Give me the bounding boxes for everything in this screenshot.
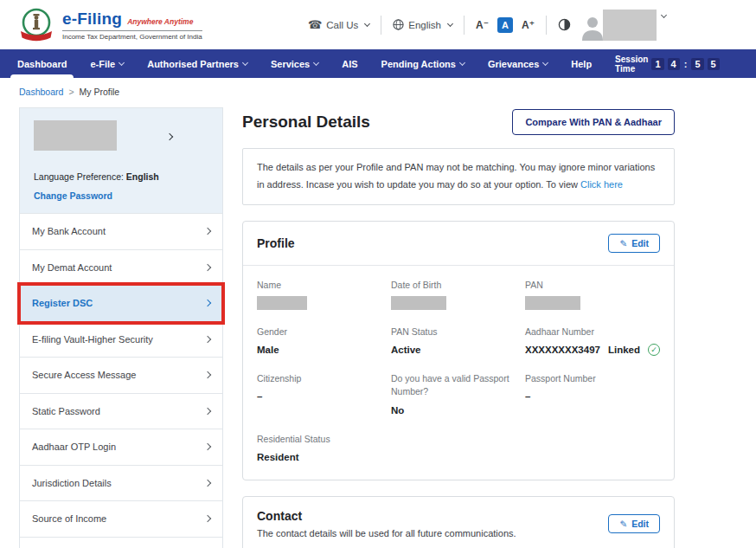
breadcrumb-separator: >: [68, 87, 74, 97]
sidebar-item-my-demat-account[interactable]: My Demat Account: [20, 249, 222, 286]
chevron-right-icon: [204, 228, 211, 235]
sidebar-item-jurisdiction-details[interactable]: Jurisdiction Details: [20, 465, 222, 501]
call-us-label: Call Us: [326, 20, 358, 30]
sidebar-item-source-of-income[interactable]: Source of Income: [20, 500, 222, 537]
redacted-value: [525, 296, 580, 310]
nav-label: Grievances: [488, 59, 539, 69]
nav-ais[interactable]: AIS: [342, 49, 357, 78]
sidebar-item-my-bank-account[interactable]: My Bank Account: [20, 213, 222, 249]
nav-dashboard[interactable]: Dashboard: [17, 49, 67, 78]
sidebar-item-aadhaar-otp-login[interactable]: Aadhaar OTP Login: [20, 429, 222, 465]
language-menu[interactable]: English: [393, 19, 452, 30]
change-password-link[interactable]: Change Password: [34, 190, 208, 201]
field-gender: Gender Male: [257, 326, 379, 357]
field-residential-status: Residential Status Resident: [257, 433, 379, 464]
efiling-portal-page: e-Filing Anywhere Anytime Income Tax Dep…: [0, 0, 756, 548]
brand-subtitle: Income Tax Department, Government of Ind…: [62, 33, 202, 41]
efiling-logo[interactable]: e-Filing Anywhere Anytime Income Tax Dep…: [17, 6, 202, 44]
header-actions: ☎ Call Us English A⁻ A A⁺: [308, 10, 666, 41]
chevron-down-icon: [242, 60, 248, 66]
edit-pencil-icon: ✎: [619, 519, 627, 529]
linked-check-icon: ✓: [648, 344, 660, 356]
chevron-right-icon: [204, 408, 211, 415]
contrast-toggle-icon[interactable]: [558, 18, 571, 31]
nav-authorised-partners[interactable]: Authorised Partners: [147, 49, 247, 78]
call-us-menu[interactable]: ☎ Call Us: [308, 19, 369, 30]
phone-icon: ☎: [308, 19, 322, 30]
user-name-redacted: [34, 120, 117, 151]
chevron-right-icon: [204, 336, 211, 343]
font-decrease-button[interactable]: A⁻: [476, 19, 489, 31]
avatar: [582, 10, 603, 41]
session-digit: 1: [651, 58, 663, 70]
nav-services[interactable]: Services: [271, 49, 318, 78]
page-title: Personal Details: [242, 113, 370, 132]
field-pan: PAN: [525, 279, 660, 310]
personal-details-panel: Personal Details Compare With PAN & Aadh…: [242, 107, 675, 548]
session-digit: 5: [691, 58, 703, 70]
edit-pencil-icon: ✎: [619, 238, 627, 248]
session-digit: 4: [668, 58, 680, 70]
chevron-down-icon: [542, 60, 548, 66]
font-size-controls: A⁻ A A⁺: [476, 17, 535, 33]
sidebar-item-secure-access-message[interactable]: Secure Access Message: [20, 357, 222, 393]
india-emblem-icon: [17, 6, 55, 44]
field-valid-passport: Do you have a valid Passport Number? No: [391, 372, 513, 417]
sidebar-item-efiling-vault[interactable]: E-filing Vault-Higher Security: [20, 321, 222, 358]
user-name-redacted: [603, 10, 657, 41]
aadhaar-masked-value: XXXXXXXX3497: [525, 343, 600, 357]
nav-pending-actions[interactable]: Pending Actions: [381, 49, 464, 78]
redacted-value: [391, 296, 446, 310]
content-area: Language Preference: English Change Pass…: [0, 102, 756, 548]
nav-label: Services: [271, 59, 310, 69]
sidebar-item-register-dsc[interactable]: Register DSC: [20, 285, 222, 321]
nav-grievances[interactable]: Grievances: [488, 49, 548, 78]
nav-e-file[interactable]: e-File: [90, 49, 124, 78]
globe-icon: [393, 19, 404, 30]
chevron-down-icon: [661, 11, 667, 17]
breadcrumb-dashboard-link[interactable]: Dashboard: [19, 87, 63, 97]
redacted-value: [257, 296, 307, 310]
field-citizenship: Citizenship –: [257, 372, 379, 417]
main-navbar: Dashboard e-File Authorised Partners Ser…: [0, 49, 756, 78]
user-account-menu[interactable]: [582, 10, 666, 41]
chevron-right-icon: [204, 443, 211, 450]
font-normal-button[interactable]: A: [497, 17, 513, 33]
field-name: Name: [257, 279, 379, 310]
field-passport-number: Passport Number –: [525, 372, 660, 417]
top-header: e-Filing Anywhere Anytime Income Tax Dep…: [0, 0, 756, 49]
logo-text: e-Filing Anywhere Anytime Income Tax Dep…: [62, 10, 202, 41]
field-pan-status: PAN Status Active: [391, 326, 513, 357]
chevron-right-icon[interactable]: [167, 127, 172, 143]
language-preference-value: English: [126, 171, 159, 182]
chevron-down-icon: [459, 60, 465, 66]
divider: [464, 16, 464, 35]
session-colon: :: [683, 59, 689, 69]
sidebar-item-static-password[interactable]: Static Password: [20, 393, 222, 429]
session-digit: 5: [708, 58, 720, 70]
session-timer: Session Time 1 4 : 5 5: [615, 55, 720, 74]
chevron-down-icon: [119, 60, 125, 66]
contact-section-subtitle: The contact details will be used for all…: [257, 528, 516, 538]
divider: [381, 16, 381, 35]
nav-label: Help: [571, 59, 592, 69]
click-here-link[interactable]: Click here: [580, 179, 623, 190]
sidebar-item-authorised-signatory[interactable]: Authorised Signatory for Income tax Retu…: [20, 537, 222, 548]
pan-mismatch-notice: The details as per your Profile and PAN …: [242, 148, 675, 205]
font-increase-button[interactable]: A⁺: [522, 19, 535, 31]
contact-edit-button[interactable]: ✎ Edit: [608, 514, 660, 533]
nav-help[interactable]: Help: [571, 49, 592, 78]
profile-edit-button[interactable]: ✎ Edit: [608, 234, 660, 253]
language-label: English: [408, 20, 441, 30]
contact-section-title: Contact: [257, 509, 516, 523]
chevron-right-icon: [204, 515, 211, 522]
sidebar-user-card: Language Preference: English Change Pass…: [20, 108, 222, 213]
breadcrumb: Dashboard > My Profile: [0, 78, 756, 102]
chevron-right-icon: [204, 371, 211, 378]
language-preference-label: Language Preference:: [34, 171, 124, 182]
profile-sidebar: Language Preference: English Change Pass…: [19, 107, 223, 548]
brand-name: e-Filing: [62, 10, 122, 29]
field-date-of-birth: Date of Birth: [391, 279, 513, 310]
nav-label: AIS: [342, 59, 357, 69]
compare-pan-aadhaar-button[interactable]: Compare With PAN & Aadhaar: [512, 109, 675, 135]
